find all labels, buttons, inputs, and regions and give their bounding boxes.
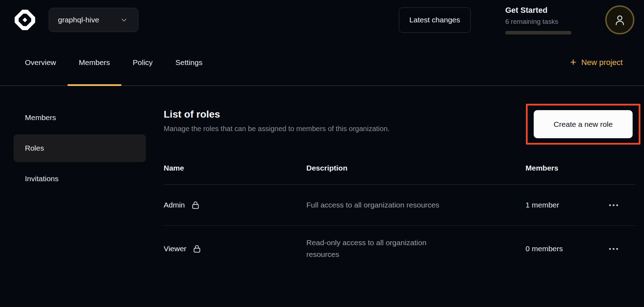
column-header-description: Description [306,164,526,172]
table-row-admin: Admin Full access to all organization re… [164,185,635,226]
sidebar-item-invitations[interactable]: Invitations [14,165,146,193]
chevron-down-icon [121,17,127,23]
org-switcher[interactable]: graphql-hive [49,8,138,32]
table-row-viewer: Viewer Read-only access to all organizat… [164,226,635,272]
org-tabbar: Overview Members Policy Settings + New p… [0,40,644,86]
role-members-count: 0 members [526,244,608,253]
roles-panel-header: List of roles Manage the roles that can … [164,86,635,145]
page-subtitle: Manage the roles that can be assigned to… [164,125,390,133]
role-actions-cell [608,201,635,209]
ellipsis-icon [609,248,618,250]
row-menu-button[interactable] [608,201,619,209]
lock-icon [192,244,202,254]
content: Members Roles Invitations List of roles … [0,86,644,272]
tab-settings[interactable]: Settings [164,40,214,85]
header: graphql-hive Latest changes Get Started … [0,0,644,40]
role-name: Admin [164,201,185,209]
column-header-name: Name [164,164,306,172]
role-members-count: 1 member [526,201,608,209]
page-title: List of roles [164,109,390,120]
new-project-button[interactable]: + New project [570,58,623,68]
get-started-progress-bar [505,31,571,34]
role-name-cell: Viewer [164,244,306,254]
user-icon [614,14,626,26]
role-description: Read-only access to all organization res… [306,237,452,260]
hive-logo-icon[interactable] [14,9,36,31]
row-menu-button[interactable] [608,245,619,253]
new-project-label: New project [581,58,623,67]
tab-overview[interactable]: Overview [14,40,68,85]
role-actions-cell [608,245,635,253]
role-description: Full access to all organization resource… [306,199,452,211]
roles-panel: List of roles Manage the roles that can … [164,86,635,272]
latest-changes-button[interactable]: Latest changes [399,7,471,33]
role-name-cell: Admin [164,200,306,210]
roles-table-header-row: Name Description Members [164,160,635,185]
members-sidebar: Members Roles Invitations [14,86,146,272]
get-started-widget[interactable]: Get Started 6 remaining tasks [505,6,571,34]
create-role-button[interactable]: Create a new role [534,110,633,138]
role-name: Viewer [164,244,186,253]
header-right: Latest changes Get Started 6 remaining t… [399,5,634,34]
get-started-title: Get Started [505,6,571,15]
sidebar-item-roles[interactable]: Roles [14,134,146,162]
plus-icon: + [570,57,576,68]
org-name: graphql-hive [58,16,99,24]
sidebar-item-members[interactable]: Members [14,104,146,131]
lock-icon [191,200,200,210]
get-started-subtitle: 6 remaining tasks [505,18,571,26]
column-header-members: Members [526,164,608,172]
roles-table: Name Description Members Admin Full acce… [164,160,635,272]
ellipsis-icon [609,204,618,206]
tab-members[interactable]: Members [68,40,122,85]
roles-heading-block: List of roles Manage the roles that can … [164,86,390,133]
tab-policy[interactable]: Policy [121,40,164,85]
annotation-highlight: Create a new role [526,104,640,145]
user-menu-button[interactable] [605,5,634,34]
